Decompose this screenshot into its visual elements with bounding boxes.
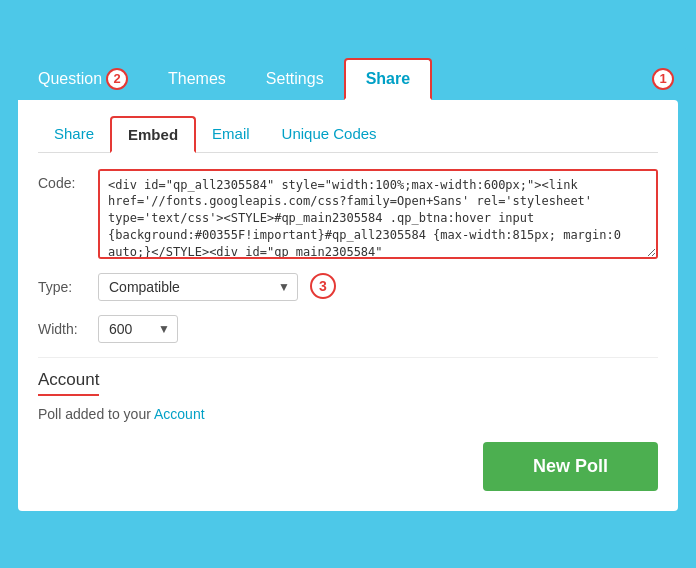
width-label: Width: <box>38 315 98 337</box>
subtab-share[interactable]: Share <box>38 116 110 152</box>
sub-tabs: Share Embed Email Unique Codes <box>38 116 658 153</box>
new-poll-button[interactable]: New Poll <box>483 442 658 491</box>
main-window: Question2 Themes Settings Share 1 Share … <box>8 48 688 521</box>
subtab-unique-codes-label: Unique Codes <box>282 125 377 142</box>
tab-share-label: Share <box>366 70 410 87</box>
bottom-row: New Poll <box>38 442 658 491</box>
code-field-row: Code: <div id="qp_all2305584" style="wid… <box>38 169 658 259</box>
tab-themes[interactable]: Themes <box>148 58 246 100</box>
type-label: Type: <box>38 273 98 295</box>
type-field-row: Type: Compatible iFrame JavaScript ▼ 3 <box>38 273 658 301</box>
account-text-static: Poll added to your <box>38 406 154 422</box>
tab-question[interactable]: Question2 <box>18 58 148 100</box>
code-textarea[interactable]: <div id="qp_all2305584" style="width:100… <box>98 169 658 259</box>
subtab-embed[interactable]: Embed <box>110 116 196 153</box>
tab-themes-label: Themes <box>168 70 226 87</box>
tab-settings-label: Settings <box>266 70 324 87</box>
subtab-unique-codes[interactable]: Unique Codes <box>266 116 393 152</box>
account-link[interactable]: Account <box>154 406 205 422</box>
subtab-embed-label: Embed <box>128 126 178 143</box>
top-tabs-left: Question2 Themes Settings Share <box>18 58 432 100</box>
account-title: Account <box>38 370 99 396</box>
content-panel: Share Embed Email Unique Codes Code: <di… <box>18 100 678 511</box>
code-label: Code: <box>38 169 98 191</box>
subtab-email-label: Email <box>212 125 250 142</box>
subtab-share-label: Share <box>54 125 94 142</box>
top-tabs-row: Question2 Themes Settings Share 1 <box>18 58 678 100</box>
account-section: Account Poll added to your Account <box>38 370 658 422</box>
subtab-email[interactable]: Email <box>196 116 266 152</box>
badge-2: 2 <box>106 68 128 90</box>
type-select-wrapper: Compatible iFrame JavaScript ▼ <box>98 273 298 301</box>
tab-question-label: Question <box>38 69 102 86</box>
badge-3: 3 <box>310 273 336 299</box>
divider <box>38 357 658 358</box>
type-select[interactable]: Compatible iFrame JavaScript <box>98 273 298 301</box>
badge-1: 1 <box>652 68 674 90</box>
tab-settings[interactable]: Settings <box>246 58 344 100</box>
tab-share[interactable]: Share <box>344 58 432 100</box>
account-text: Poll added to your Account <box>38 406 658 422</box>
width-field-row: Width: 600 400 500 700 800 100% ▼ <box>38 315 658 343</box>
width-select[interactable]: 600 400 500 700 800 100% <box>98 315 178 343</box>
width-select-wrapper: 600 400 500 700 800 100% ▼ <box>98 315 178 343</box>
